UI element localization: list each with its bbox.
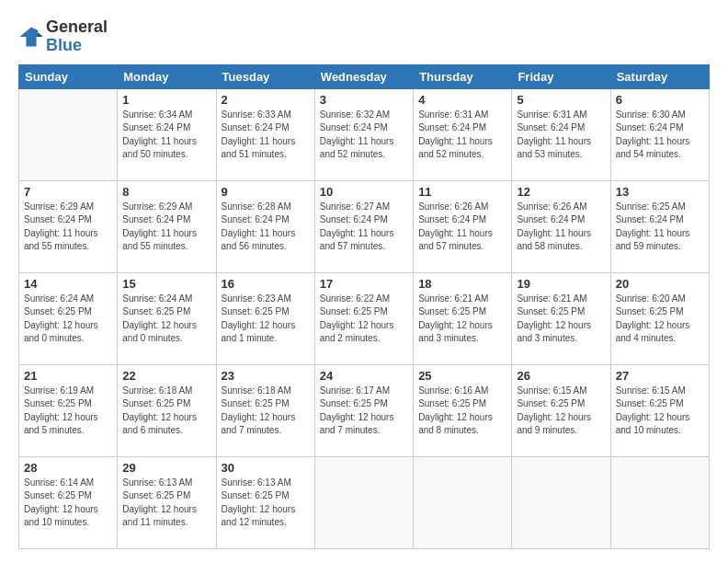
calendar-cell [314,456,413,548]
calendar-cell [414,456,512,548]
day-number: 15 [122,277,210,291]
day-info: Sunrise: 6:21 AM Sunset: 6:25 PM Dayligh… [418,293,506,346]
calendar-cell: 1Sunrise: 6:34 AM Sunset: 6:24 PM Daylig… [118,88,216,180]
calendar-cell: 14Sunrise: 6:24 AM Sunset: 6:25 PM Dayli… [19,272,118,364]
day-info: Sunrise: 6:29 AM Sunset: 6:24 PM Dayligh… [122,201,210,254]
day-of-week-header: Thursday [414,64,512,88]
day-number: 18 [418,277,506,291]
calendar-cell [610,456,709,548]
day-info: Sunrise: 6:31 AM Sunset: 6:24 PM Dayligh… [517,109,605,162]
day-number: 12 [517,185,605,199]
day-number: 6 [616,93,704,107]
day-info: Sunrise: 6:16 AM Sunset: 6:25 PM Dayligh… [418,385,506,438]
calendar-table: SundayMondayTuesdayWednesdayThursdayFrid… [18,64,710,549]
calendar-cell: 11Sunrise: 6:26 AM Sunset: 6:24 PM Dayli… [414,180,512,272]
day-info: Sunrise: 6:18 AM Sunset: 6:25 PM Dayligh… [122,385,210,438]
day-info: Sunrise: 6:25 AM Sunset: 6:24 PM Dayligh… [616,201,704,254]
day-number: 24 [320,369,408,383]
day-number: 23 [222,369,310,383]
day-of-week-header: Tuesday [216,64,314,88]
calendar-cell: 4Sunrise: 6:31 AM Sunset: 6:24 PM Daylig… [414,88,512,180]
calendar-cell: 3Sunrise: 6:32 AM Sunset: 6:24 PM Daylig… [314,88,413,180]
calendar-cell: 18Sunrise: 6:21 AM Sunset: 6:25 PM Dayli… [414,272,512,364]
day-info: Sunrise: 6:29 AM Sunset: 6:24 PM Dayligh… [24,201,112,254]
day-number: 16 [222,277,310,291]
calendar-cell: 29Sunrise: 6:13 AM Sunset: 6:25 PM Dayli… [118,456,216,548]
logo-text: General Blue [46,18,108,55]
day-info: Sunrise: 6:21 AM Sunset: 6:25 PM Dayligh… [517,293,605,346]
day-info: Sunrise: 6:22 AM Sunset: 6:25 PM Dayligh… [320,293,408,346]
day-info: Sunrise: 6:15 AM Sunset: 6:25 PM Dayligh… [616,385,704,438]
day-of-week-header: Saturday [610,64,709,88]
calendar-cell: 26Sunrise: 6:15 AM Sunset: 6:25 PM Dayli… [512,364,610,456]
calendar-cell: 5Sunrise: 6:31 AM Sunset: 6:24 PM Daylig… [512,88,610,180]
day-info: Sunrise: 6:14 AM Sunset: 6:25 PM Dayligh… [24,477,112,530]
day-number: 7 [24,185,112,199]
logo: General Blue [18,18,108,55]
day-number: 4 [418,93,506,107]
calendar-cell: 12Sunrise: 6:26 AM Sunset: 6:24 PM Dayli… [512,180,610,272]
calendar-cell: 19Sunrise: 6:21 AM Sunset: 6:25 PM Dayli… [512,272,610,364]
day-of-week-header: Monday [118,64,216,88]
calendar-cell: 2Sunrise: 6:33 AM Sunset: 6:24 PM Daylig… [216,88,314,180]
calendar-cell: 25Sunrise: 6:16 AM Sunset: 6:25 PM Dayli… [414,364,512,456]
calendar-week-row: 28Sunrise: 6:14 AM Sunset: 6:25 PM Dayli… [19,456,710,548]
day-info: Sunrise: 6:15 AM Sunset: 6:25 PM Dayligh… [517,385,605,438]
day-number: 25 [418,369,506,383]
day-info: Sunrise: 6:23 AM Sunset: 6:25 PM Dayligh… [222,293,310,346]
calendar-week-row: 1Sunrise: 6:34 AM Sunset: 6:24 PM Daylig… [19,88,710,180]
day-info: Sunrise: 6:30 AM Sunset: 6:24 PM Dayligh… [616,109,704,162]
day-number: 10 [320,185,408,199]
calendar-cell: 7Sunrise: 6:29 AM Sunset: 6:24 PM Daylig… [19,180,118,272]
day-info: Sunrise: 6:13 AM Sunset: 6:25 PM Dayligh… [122,477,210,530]
day-number: 5 [517,93,605,107]
day-info: Sunrise: 6:24 AM Sunset: 6:25 PM Dayligh… [122,293,210,346]
day-info: Sunrise: 6:34 AM Sunset: 6:24 PM Dayligh… [122,109,210,162]
day-info: Sunrise: 6:17 AM Sunset: 6:25 PM Dayligh… [320,385,408,438]
day-number: 1 [122,93,210,107]
day-of-week-header: Sunday [19,64,118,88]
day-info: Sunrise: 6:31 AM Sunset: 6:24 PM Dayligh… [418,109,506,162]
day-info: Sunrise: 6:33 AM Sunset: 6:24 PM Dayligh… [222,109,310,162]
day-number: 8 [122,185,210,199]
day-number: 22 [122,369,210,383]
header: General Blue [18,14,710,55]
day-number: 29 [122,461,210,475]
calendar-cell: 22Sunrise: 6:18 AM Sunset: 6:25 PM Dayli… [118,364,216,456]
logo-icon [18,24,44,50]
day-info: Sunrise: 6:32 AM Sunset: 6:24 PM Dayligh… [320,109,408,162]
calendar-cell: 23Sunrise: 6:18 AM Sunset: 6:25 PM Dayli… [216,364,314,456]
calendar-cell: 15Sunrise: 6:24 AM Sunset: 6:25 PM Dayli… [118,272,216,364]
day-info: Sunrise: 6:13 AM Sunset: 6:25 PM Dayligh… [222,477,310,530]
calendar-cell: 20Sunrise: 6:20 AM Sunset: 6:25 PM Dayli… [610,272,709,364]
day-info: Sunrise: 6:26 AM Sunset: 6:24 PM Dayligh… [418,201,506,254]
day-number: 2 [222,93,310,107]
calendar-cell: 9Sunrise: 6:28 AM Sunset: 6:24 PM Daylig… [216,180,314,272]
day-number: 20 [616,277,704,291]
day-number: 28 [24,461,112,475]
day-info: Sunrise: 6:28 AM Sunset: 6:24 PM Dayligh… [222,201,310,254]
day-number: 17 [320,277,408,291]
day-info: Sunrise: 6:20 AM Sunset: 6:25 PM Dayligh… [616,293,704,346]
calendar-header-row: SundayMondayTuesdayWednesdayThursdayFrid… [19,64,710,88]
day-number: 3 [320,93,408,107]
day-number: 11 [418,185,506,199]
calendar-cell: 24Sunrise: 6:17 AM Sunset: 6:25 PM Dayli… [314,364,413,456]
calendar-cell [512,456,610,548]
calendar-cell: 16Sunrise: 6:23 AM Sunset: 6:25 PM Dayli… [216,272,314,364]
day-info: Sunrise: 6:18 AM Sunset: 6:25 PM Dayligh… [222,385,310,438]
calendar-cell: 30Sunrise: 6:13 AM Sunset: 6:25 PM Dayli… [216,456,314,548]
calendar-cell [19,88,118,180]
calendar-cell: 28Sunrise: 6:14 AM Sunset: 6:25 PM Dayli… [19,456,118,548]
day-number: 30 [222,461,310,475]
page: General Blue SundayMondayTuesdayWednesda… [0,0,728,563]
day-of-week-header: Friday [512,64,610,88]
calendar-cell: 13Sunrise: 6:25 AM Sunset: 6:24 PM Dayli… [610,180,709,272]
calendar-week-row: 7Sunrise: 6:29 AM Sunset: 6:24 PM Daylig… [19,180,710,272]
calendar-cell: 6Sunrise: 6:30 AM Sunset: 6:24 PM Daylig… [610,88,709,180]
calendar-cell: 17Sunrise: 6:22 AM Sunset: 6:25 PM Dayli… [314,272,413,364]
day-number: 13 [616,185,704,199]
day-info: Sunrise: 6:27 AM Sunset: 6:24 PM Dayligh… [320,201,408,254]
calendar-cell: 27Sunrise: 6:15 AM Sunset: 6:25 PM Dayli… [610,364,709,456]
day-number: 21 [24,369,112,383]
